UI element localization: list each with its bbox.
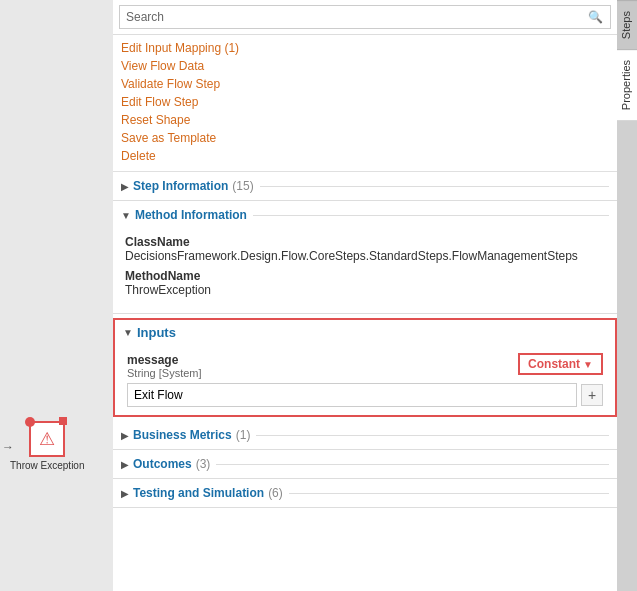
- testing-header[interactable]: ▶ Testing and Simulation (6): [113, 479, 617, 507]
- testing-section: ▶ Testing and Simulation (6): [113, 479, 617, 508]
- class-name-value: DecisionsFramework.Design.Flow.CoreSteps…: [125, 249, 578, 263]
- step-info-count: (15): [232, 179, 253, 193]
- warning-icon: ⚠: [39, 430, 55, 448]
- business-metrics-section: ▶ Business Metrics (1): [113, 421, 617, 450]
- method-name-label: MethodName: [125, 269, 605, 283]
- outcomes-toggle-icon: ▶: [121, 459, 129, 470]
- right-panel: 🔍 Edit Input Mapping (1) View Flow Data …: [113, 0, 637, 591]
- step-info-title: Step Information: [133, 179, 228, 193]
- step-info-line: [260, 186, 609, 187]
- view-flow-data-link[interactable]: View Flow Data: [121, 57, 617, 75]
- node-label: Throw Exception: [10, 460, 84, 471]
- message-input[interactable]: [127, 383, 577, 407]
- testing-toggle-icon: ▶: [121, 488, 129, 499]
- outcomes-line: [216, 464, 609, 465]
- business-metrics-toggle-icon: ▶: [121, 430, 129, 441]
- inputs-header[interactable]: ▼ Inputs: [115, 320, 615, 345]
- add-button[interactable]: +: [581, 384, 603, 406]
- delete-link[interactable]: Delete: [121, 147, 617, 165]
- input-meta: message String [System]: [127, 353, 202, 379]
- input-type: String [System]: [127, 367, 202, 379]
- inputs-content: message String [System] Constant ▼ +: [115, 345, 615, 415]
- canvas-area: → ⚠ Throw Exception: [0, 0, 113, 591]
- tab-properties[interactable]: Properties: [617, 49, 637, 120]
- panel-content: 🔍 Edit Input Mapping (1) View Flow Data …: [113, 0, 617, 591]
- save-as-template-link[interactable]: Save as Template: [121, 129, 617, 147]
- constant-dropdown-icon: ▼: [583, 359, 593, 370]
- context-menu: Edit Input Mapping (1) View Flow Data Va…: [113, 35, 617, 172]
- business-metrics-count: (1): [236, 428, 251, 442]
- method-information-header[interactable]: ▼ Method Information: [113, 201, 617, 229]
- constant-button[interactable]: Constant ▼: [518, 353, 603, 375]
- business-metrics-title: Business Metrics: [133, 428, 232, 442]
- input-message-row: message String [System] Constant ▼: [127, 353, 603, 379]
- method-info-line: [253, 215, 609, 216]
- tab-steps[interactable]: Steps: [617, 0, 637, 49]
- constant-label: Constant: [528, 357, 580, 371]
- outcomes-header[interactable]: ▶ Outcomes (3): [113, 450, 617, 478]
- step-information-header[interactable]: ▶ Step Information (15): [113, 172, 617, 200]
- step-info-toggle-icon: ▶: [121, 181, 129, 192]
- step-information-section: ▶ Step Information (15): [113, 172, 617, 201]
- inputs-section: ▼ Inputs message String [System] Constan…: [113, 318, 617, 417]
- inputs-toggle-icon: ▼: [123, 327, 133, 338]
- testing-count: (6): [268, 486, 283, 500]
- outcomes-title: Outcomes: [133, 457, 192, 471]
- method-information-section: ▼ Method Information ClassName Decisions…: [113, 201, 617, 314]
- testing-line: [289, 493, 609, 494]
- class-name-field: ClassName DecisionsFramework.Design.Flow…: [125, 235, 605, 263]
- input-name: message: [127, 353, 202, 367]
- outcomes-section: ▶ Outcomes (3): [113, 450, 617, 479]
- method-name-field: MethodName ThrowException: [125, 269, 605, 297]
- method-info-toggle-icon: ▼: [121, 210, 131, 221]
- method-info-content: ClassName DecisionsFramework.Design.Flow…: [113, 229, 617, 313]
- search-input[interactable]: [119, 5, 611, 29]
- side-tabs: Steps Properties: [617, 0, 637, 591]
- search-icon: 🔍: [588, 10, 603, 24]
- input-field-row: +: [127, 383, 603, 407]
- edit-input-mapping-link[interactable]: Edit Input Mapping (1): [121, 39, 617, 57]
- business-metrics-header[interactable]: ▶ Business Metrics (1): [113, 421, 617, 449]
- testing-title: Testing and Simulation: [133, 486, 264, 500]
- node-icon: ⚠: [29, 421, 65, 457]
- reset-shape-link[interactable]: Reset Shape: [121, 111, 617, 129]
- connector-dot: [59, 417, 67, 425]
- search-bar: 🔍: [113, 0, 617, 35]
- class-name-label: ClassName: [125, 235, 605, 249]
- inputs-title: Inputs: [137, 325, 176, 340]
- outcomes-count: (3): [196, 457, 211, 471]
- business-metrics-line: [256, 435, 609, 436]
- method-info-title: Method Information: [135, 208, 247, 222]
- validate-flow-step-link[interactable]: Validate Flow Step: [121, 75, 617, 93]
- throw-exception-node[interactable]: ⚠ Throw Exception: [10, 421, 84, 471]
- edit-flow-step-link[interactable]: Edit Flow Step: [121, 93, 617, 111]
- method-name-value: ThrowException: [125, 283, 211, 297]
